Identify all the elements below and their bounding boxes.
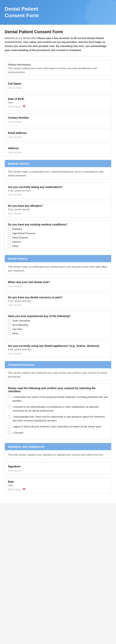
dob-sublabel: Date — [8, 101, 108, 104]
checkbox-asthma-box[interactable] — [8, 240, 11, 243]
dob-label: Date of Birth — [8, 98, 108, 100]
medications-field: Are you currently taking any medications… — [5, 182, 111, 199]
medical-conditions-checkboxes: Diabetes High Blood Pressure Heart Disea… — [8, 228, 108, 248]
signature-date-input-row[interactable]: dd/mm/yyyy 📅 — [8, 488, 108, 491]
signature-section: Signature and Submission This final sect… — [5, 443, 111, 494]
full-name-answer[interactable]: Your answer — [8, 86, 108, 89]
consent-label-3: I acknowledge that I have had the opport… — [12, 415, 108, 422]
signature-header: Signature and Submission — [5, 443, 111, 450]
dental-concerns-field: Do you have any dental concerns or pain?… — [5, 293, 111, 309]
checkbox-diabetes[interactable]: Diabetes — [8, 228, 108, 230]
last-dental-visit-answer[interactable]: Your answer — [8, 285, 108, 288]
form-desc-welcome: Welcome to our dental clinic! — [5, 37, 38, 40]
dental-concerns-answer[interactable]: Your answer — [8, 304, 108, 306]
dental-history-card: Dental History This section helps us und… — [5, 255, 111, 274]
patient-info-description: Patient Information This section collect… — [5, 60, 111, 76]
allergies-label: Do you have any allergies? — [8, 204, 108, 207]
dental-appliances-field: Are you currently using any dental appli… — [5, 342, 111, 358]
patient-info-card: Patient Information This section collect… — [5, 60, 111, 76]
address-field: Address Your answer — [5, 144, 111, 157]
medical-history-header: Medical History — [5, 160, 111, 167]
dental-appliances-answer[interactable]: Your answer — [8, 352, 108, 355]
checkbox-gum-bleeding-box[interactable] — [8, 324, 11, 326]
full-name-label: Full Name: — [8, 82, 108, 85]
email-field: Email Address Your answer — [5, 128, 111, 142]
last-dental-visit-label: When was your last dental visit? — [8, 280, 108, 284]
patient-info-title: Patient Information — [8, 63, 31, 66]
consent-checkbox-3[interactable] — [8, 415, 11, 418]
full-name-field: Full Name: Your answer — [5, 79, 111, 92]
checkbox-asthma[interactable]: Asthma — [8, 240, 108, 243]
contact-number-label: Contact Number — [8, 116, 108, 119]
checkbox-diabetes-box[interactable] — [8, 228, 11, 230]
consent-checkbox-1[interactable] — [8, 396, 11, 398]
consent-items-group: I understand the nature of the proposed … — [8, 395, 108, 434]
consent-item-1[interactable]: I understand the nature of the proposed … — [8, 395, 108, 403]
signature-answer[interactable]: Your answer — [8, 469, 108, 472]
consent-question-label: Please read the following and confirm yo… — [8, 387, 108, 393]
consent-label-1: I understand the nature of the proposed … — [12, 395, 108, 403]
checkbox-hbp-box[interactable] — [8, 232, 11, 235]
checkbox-other-dental[interactable]: Other — [8, 332, 108, 335]
consent-item-5[interactable]: I Consent — [8, 431, 108, 435]
address-answer[interactable]: Your answer — [8, 151, 108, 154]
signature-calendar-icon: 📅 — [22, 488, 26, 491]
checkbox-hbp-label: High Blood Pressure — [12, 232, 35, 235]
dob-input-row[interactable]: dd/mm/yyyy 📅 — [8, 105, 108, 108]
checkbox-high-blood-pressure[interactable]: High Blood Pressure — [8, 232, 108, 235]
consent-label-5: I Consent — [12, 431, 24, 435]
checkbox-gum-bleeding[interactable]: Gum Bleeding — [8, 324, 108, 326]
experienced-following-label: Have you ever experienced any of the fol… — [8, 314, 108, 318]
signature-date-field: Date Date dd/mm/yyyy 📅 — [5, 477, 111, 494]
treatment-consent-desc: This section outlines the treatments you… — [5, 368, 111, 380]
last-dental-visit-field: When was your last dental visit? Your an… — [5, 278, 111, 290]
patient-info-desc-text: This section collects your basic informa… — [8, 67, 97, 74]
contact-number-answer[interactable]: Your answer — [8, 120, 108, 123]
medical-history-card: Medical History This section helps us un… — [5, 160, 111, 180]
signature-card: Signature and Submission This final sect… — [5, 443, 111, 459]
allergies-field: Do you have any allergies? If yes, pleas… — [5, 201, 111, 218]
checkbox-gum-bleeding-label: Gum Bleeding — [12, 324, 28, 326]
checkbox-other-medical-box[interactable] — [8, 245, 11, 248]
signature-desc: This final section requires your signatu… — [5, 450, 111, 459]
dental-concerns-sublabel: If yes, please describe: — [8, 300, 108, 302]
consent-label-2: I consent to the administration of anest… — [12, 405, 108, 412]
medications-sublabel: If yes, please list them: — [8, 189, 108, 192]
contact-number-field: Contact Number Your answer — [5, 113, 111, 126]
checkbox-other-medical[interactable]: Other — [8, 244, 108, 248]
dental-concerns-label: Do you have any dental concerns or pain? — [8, 296, 108, 299]
consent-checkbox-4[interactable] — [8, 425, 11, 428]
checkbox-jaw-pain-box[interactable] — [8, 328, 11, 330]
dental-appliances-label: Are you currently using any dental appli… — [8, 344, 108, 348]
checkbox-heart-label: Heart Disease — [12, 236, 28, 239]
checkbox-other-dental-box[interactable] — [8, 332, 11, 335]
medications-label: Are you currently taking any medications… — [8, 186, 108, 188]
checkbox-diabetes-label: Diabetes — [12, 228, 22, 230]
signature-date-sublabel: Date — [8, 484, 108, 487]
medications-answer[interactable]: Your answer — [8, 193, 108, 196]
dob-placeholder: dd/mm/yyyy — [8, 105, 21, 108]
treatment-consent-section: Treatment Consent This section outlines … — [5, 361, 111, 440]
consent-item-2[interactable]: I consent to the administration of anest… — [8, 405, 108, 412]
consent-checkboxes-field: Please read the following and confirm yo… — [5, 384, 111, 440]
medical-conditions-label: Do you have any existing medical conditi… — [8, 223, 108, 226]
checkbox-heart-disease[interactable]: Heart Disease — [8, 236, 108, 239]
checkbox-tooth-sensitivity[interactable]: Tooth Sensitivity — [8, 319, 108, 322]
consent-checkbox-2[interactable] — [8, 405, 11, 408]
checkbox-other-dental-label: Other — [12, 332, 18, 335]
checkbox-heart-box[interactable] — [8, 236, 11, 239]
consent-item-3[interactable]: I acknowledge that I have had the opport… — [8, 415, 108, 422]
dental-history-section: Dental History This section helps us und… — [5, 255, 111, 358]
consent-checkbox-5[interactable] — [8, 431, 11, 434]
form-title: Dental Patient Consent Form — [5, 29, 111, 34]
allergies-sublabel: If yes, please specify: — [8, 208, 108, 211]
dental-appliances-sublabel: If yes, please describe: — [8, 348, 108, 351]
checkbox-tooth-sensitivity-box[interactable] — [8, 320, 11, 322]
consent-item-4[interactable]: I agree to follow all post-treatment car… — [8, 425, 108, 428]
checkbox-jaw-pain[interactable]: Jaw Pain — [8, 328, 108, 330]
form-description: Welcome to our dental clinic! Please tak… — [5, 36, 111, 52]
email-answer[interactable]: Your answer — [8, 136, 108, 138]
allergies-answer[interactable]: Your answer — [8, 212, 108, 215]
dob-field: Date of Birth Date dd/mm/yyyy 📅 — [5, 94, 111, 111]
checkbox-other-medical-label: Other — [12, 244, 18, 248]
